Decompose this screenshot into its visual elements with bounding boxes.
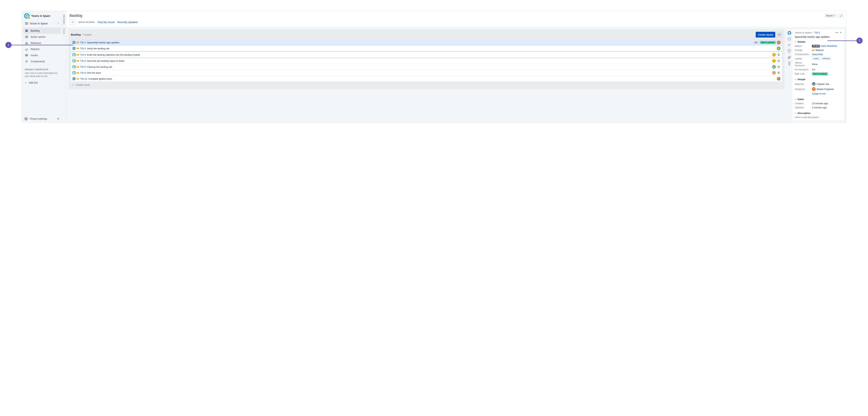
detail-more-icon[interactable]: ••• [835, 31, 838, 34]
labels-value[interactable]: rocket software [812, 57, 842, 60]
info-icon [788, 37, 791, 41]
issue-key[interactable]: TIS-4 [80, 60, 86, 62]
issue-row[interactable]: ✓ TIS-1 Spaceship tracker app updates 8.… [71, 39, 782, 45]
fix-value[interactable]: 8.0 [812, 68, 815, 71]
svg-point-17 [72, 21, 73, 23]
board-icon [25, 22, 28, 25]
svg-line-18 [73, 23, 74, 23]
filter-recently-updated[interactable]: Recently Updated [117, 21, 137, 24]
callout-2: 2 [857, 38, 863, 44]
epic-link-label: Epic Link: [795, 72, 812, 75]
task-icon: ✓ [72, 47, 75, 50]
section-people[interactable]: People [795, 78, 842, 81]
affects-value[interactable]: None [812, 63, 842, 66]
issue-row[interactable]: ✓ TIS-2 Verify the landing site 🙂 [71, 45, 782, 51]
sidebar-footer[interactable]: Project settings [22, 115, 62, 123]
detail-tab-avatar[interactable] [786, 30, 792, 36]
assign-to-me[interactable]: Assign to me [812, 92, 826, 95]
chevron-down-icon [795, 78, 797, 80]
settings-label: Project settings [30, 117, 47, 120]
sidebar-item-issues[interactable]: Issues [23, 52, 61, 58]
detail-tab-comments[interactable]: 0 [786, 48, 792, 54]
collapse-sidebar-icon[interactable] [57, 117, 60, 120]
close-icon[interactable]: ✕ [840, 31, 842, 34]
breadcrumb-sep: / [813, 31, 813, 34]
project-avatar: <> [24, 13, 29, 19]
nav-label: Issues [31, 54, 38, 57]
project-avatar-small [787, 31, 791, 35]
board-view-button[interactable]: Board [824, 13, 837, 18]
backlog-icon [25, 29, 28, 32]
rail-epics[interactable]: EPICS [63, 26, 66, 36]
sidebar-item-components[interactable]: Components [23, 58, 61, 65]
issue-key[interactable]: TIS-6 [80, 71, 86, 74]
issue-row[interactable]: ▉ TIS-4 Send the pre-landing report to E… [71, 58, 782, 64]
sidebar-item-backlog[interactable]: Backlog [23, 28, 61, 34]
svg-marker-27 [795, 79, 796, 80]
priority-medium-icon [76, 71, 79, 74]
backlog-count: 7 issues [82, 33, 91, 36]
estimate-pill: 2 [777, 65, 780, 68]
nav-label: Backlog [31, 29, 40, 32]
issue-key[interactable]: TIS-5 [80, 66, 86, 68]
affects-label: Affects Version/s: [795, 61, 812, 67]
assignee-value[interactable]: 😮 Master Engineer [812, 87, 842, 91]
sidebar-item-reports[interactable]: Reports [23, 46, 61, 52]
detail-tab-info[interactable] [786, 36, 792, 42]
issue-summary: Cleanup the landing site [87, 66, 771, 68]
label-tag[interactable]: software [822, 57, 832, 60]
svg-rect-0 [25, 23, 28, 25]
issue-key[interactable]: TIS-3 [80, 54, 86, 56]
create-sprint-button[interactable]: Create Sprint [756, 32, 775, 38]
story-icon: ▉ [72, 53, 75, 56]
create-issue-label: Create issue [75, 83, 90, 86]
sidebar-item-active-sprints[interactable]: Active sprints [23, 34, 61, 40]
epic-link-value[interactable]: Mars Landing [812, 72, 828, 75]
priority-medium-icon [812, 49, 814, 51]
issue-key[interactable]: TIS-10 [80, 77, 87, 80]
components-label: Component/s: [795, 53, 812, 56]
description-placeholder[interactable]: Click to add description [795, 116, 842, 118]
components-value[interactable]: Spaceship [812, 53, 823, 56]
plus-icon: ＋ [24, 81, 27, 84]
chevron-down-icon [795, 112, 797, 114]
board-dropdown-label: Scrum in Space [30, 22, 48, 25]
issue-row[interactable]: ▉ TIS-5 Cleanup the landing site 🙂2 [71, 64, 782, 70]
detail-tab-pages[interactable]: 0 [786, 61, 792, 66]
priority-value[interactable]: Medium [812, 49, 842, 51]
updated-value: 3 minutes ago [812, 106, 842, 109]
detail-tab-attachments[interactable] [786, 55, 792, 60]
view-workflow-link[interactable]: View Workflow [821, 45, 837, 47]
create-issue[interactable]: ＋ Create issue [71, 82, 782, 86]
board-dropdown[interactable]: Scrum in Space [22, 20, 62, 27]
columns-icon [25, 35, 28, 38]
rail-versions[interactable]: VERSIONS [63, 12, 66, 26]
section-description[interactable]: Description [795, 112, 842, 114]
issue-row[interactable]: ▉ TIS-3 Enter the landing trajectory int… [71, 51, 782, 58]
issue-key[interactable]: TIS-1 [80, 41, 86, 44]
issue-row[interactable]: ✓ TIS-10 Complete ignition tests 😀 [71, 76, 782, 81]
priority-medium-icon [76, 66, 79, 68]
search-button[interactable] [69, 20, 76, 25]
chevron-down-icon [57, 23, 60, 25]
fullscreen-button[interactable] [838, 13, 844, 18]
svg-point-14 [26, 118, 27, 119]
issue-title[interactable]: Spaceship tracker app updates [795, 35, 842, 38]
filter-only-my-issues[interactable]: Only My Issues [97, 21, 115, 24]
backlog-panel: Backlog 7 issues Create Sprint ••• ✓ TIS… [68, 29, 785, 120]
label-tag[interactable]: rocket [812, 57, 820, 60]
add-link[interactable]: ＋ Add link [22, 79, 62, 86]
reporter-value[interactable]: 👨 Captain Joe [812, 82, 842, 86]
board-view-label: Board [826, 14, 833, 17]
backlog-more-button[interactable]: ••• [776, 32, 782, 38]
breadcrumb-key[interactable]: TIS-1 [814, 31, 820, 34]
status-value[interactable]: TO DO (View Workflow) [812, 45, 842, 47]
gear-icon [24, 117, 28, 120]
comments-count: 0 [789, 52, 790, 54]
detail-tab-description[interactable] [786, 42, 792, 48]
breadcrumb-project[interactable]: Teams in Space [795, 31, 812, 34]
section-dates[interactable]: Dates [795, 98, 842, 101]
chevron-down-icon [795, 98, 797, 100]
issue-key[interactable]: TIS-2 [80, 47, 86, 50]
issue-row[interactable]: ▉ TIS-6 Hire the team 😊5 [71, 70, 782, 76]
